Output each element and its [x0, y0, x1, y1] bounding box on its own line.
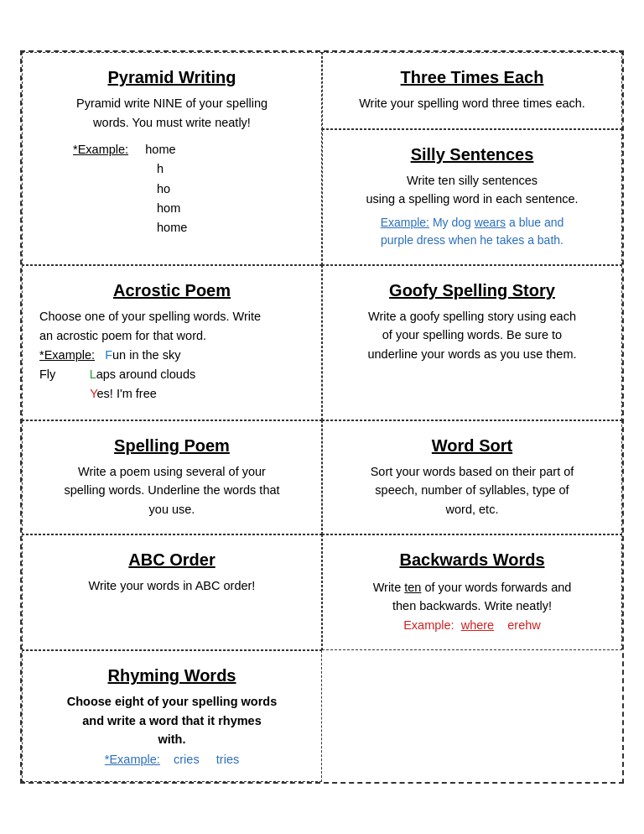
abc-order-title: ABC Order — [39, 550, 304, 570]
acrostic-cell: Acrostic Poem Choose one of your spellin… — [22, 265, 322, 420]
activity-grid: Pyramid Writing Pyramid write NINE of yo… — [20, 50, 624, 784]
silly-example: Example: My dog wears a blue andpurple d… — [340, 214, 605, 249]
silly-desc: Write ten silly sentences using a spelli… — [340, 171, 605, 209]
rhyming-title: Rhyming Words — [39, 666, 304, 685]
rhyming-example: *Example: cries tries — [39, 753, 304, 766]
pyramid-title: Pyramid Writing — [39, 68, 304, 87]
backwards-title: Backwards Words — [340, 550, 605, 570]
spelling-poem-cell: Spelling Poem Write a poem using several… — [22, 420, 322, 534]
rhyming-desc: Choose eight of your spelling words and … — [39, 692, 304, 748]
rhyming-cell: Rhyming Words Choose eight of your spell… — [22, 650, 322, 781]
silly-title: Silly Sentences — [340, 145, 605, 164]
goofy-title: Goofy Spelling Story — [340, 281, 605, 300]
acrostic-title: Acrostic Poem — [39, 281, 304, 300]
word-sort-title: Word Sort — [340, 436, 605, 456]
pyramid-desc: Pyramid write NINE of your spelling word… — [39, 94, 304, 132]
three-times-desc: Write your spelling word three times eac… — [340, 94, 605, 112]
abc-order-desc: Write your words in ABC order! — [39, 576, 304, 595]
abc-order-cell: ABC Order Write your words in ABC order! — [22, 534, 322, 650]
word-sort-cell: Word Sort Sort your words based on their… — [322, 420, 622, 534]
backwards-desc: Write ten of your words forwards and the… — [340, 578, 605, 634]
goofy-desc: Write a goofy spelling story using each … — [340, 307, 605, 363]
acrostic-desc: Choose one of your spelling words. Write… — [39, 307, 304, 404]
spelling-poem-desc: Write a poem using several of your spell… — [39, 462, 304, 519]
three-times-title: Three Times Each — [340, 68, 605, 87]
word-sort-desc: Sort your words based on their part of s… — [340, 462, 605, 519]
backwards-cell: Backwards Words Write ten of your words … — [322, 534, 622, 650]
pyramid-example: *Example: home h ho hom home — [73, 140, 304, 237]
pyramid-lines: h ho hom home — [157, 159, 304, 237]
goofy-cell: Goofy Spelling Story Write a goofy spell… — [322, 265, 622, 420]
pyramid-cell: Pyramid Writing Pyramid write NINE of yo… — [22, 52, 322, 264]
three-times-cell: Three Times Each Write your spelling wor… — [322, 52, 622, 128]
spelling-poem-title: Spelling Poem — [39, 436, 304, 456]
page: Pyramid Writing Pyramid write NINE of yo… — [20, 50, 624, 784]
silly-cell: Silly Sentences Write ten silly sentence… — [322, 129, 622, 265]
